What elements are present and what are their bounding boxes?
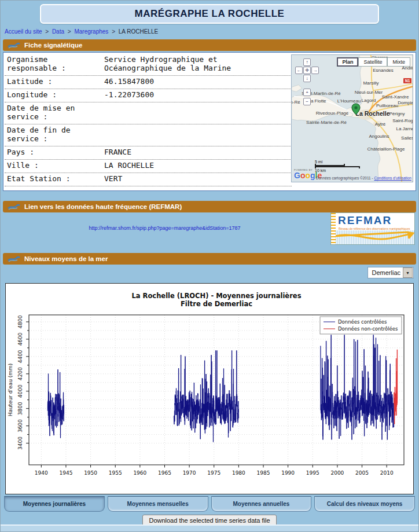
chevron-down-icon[interactable]: ▼ — [403, 267, 413, 278]
svg-text:3400: 3400 — [17, 436, 23, 450]
map-pan-left-icon[interactable]: ← — [295, 67, 303, 74]
svg-text:1940: 1940 — [35, 470, 48, 476]
section-title-niveaux: Niveaux moyens de la mer — [24, 255, 108, 262]
svg-text:4200: 4200 — [17, 367, 23, 380]
svg-text:4000: 4000 — [17, 384, 23, 398]
refmar-logo-ruler — [331, 213, 336, 244]
table-row: Longitude : -1.22073600 — [5, 89, 292, 102]
breadcrumb-link-home[interactable]: Accueil du site — [5, 28, 42, 35]
map-pan-right-icon[interactable]: → — [311, 67, 319, 74]
breadcrumb-link-maregraphes[interactable]: Maregraphes — [74, 28, 108, 35]
table-row: Latitude : 46.15847800 — [5, 76, 292, 89]
breadcrumb-separator: > — [68, 28, 71, 35]
table-row: Organisme responsable : Service Hydrogra… — [5, 54, 292, 76]
refmar-logo[interactable]: REFMAR Réseau de référence des observati… — [330, 212, 415, 245]
table-row: Date de mise en service : — [5, 102, 292, 124]
svg-text:La Rochelle (LROCH) - Moyennes: La Rochelle (LROCH) - Moyennes journaliè… — [132, 292, 302, 300]
map-button-plan[interactable]: Plan — [337, 57, 358, 67]
station-map: CharronEsnandesAndillyMarsillyNieul-sur-… — [291, 54, 413, 182]
map-zoom-out-icon[interactable]: − — [303, 98, 311, 105]
table-row: Etat Station : VERT — [5, 173, 292, 186]
filter-select-value: Demerliac — [368, 269, 403, 276]
section-header-niveaux: Niveaux moyens de la mer — [3, 253, 416, 265]
map-button-satellite[interactable]: Satellite — [358, 57, 387, 67]
svg-text:1975: 1975 — [207, 470, 220, 476]
breadcrumb-current: LA ROCHELLE — [119, 28, 158, 35]
section-title-fiche: Fiche signalétique — [24, 42, 82, 49]
svg-text:1950: 1950 — [84, 470, 97, 476]
svg-text:1965: 1965 — [158, 470, 171, 476]
table-row: Ville : LA ROCHELLE — [5, 160, 292, 173]
svg-text:1970: 1970 — [183, 470, 196, 476]
map-pan-center-icon[interactable]: ✛ — [303, 67, 311, 74]
section-header-fiche: Fiche signalétique — [3, 39, 416, 51]
filter-row: Demerliac ▼ — [5, 267, 414, 280]
svg-text:4400: 4400 — [17, 350, 23, 363]
page-title-text: MARÉGRAPHE LA ROCHELLE — [135, 8, 285, 20]
svg-text:2000: 2000 — [330, 470, 344, 476]
svg-text:4600: 4600 — [17, 332, 23, 346]
svg-text:Données non-contrôlées: Données non-contrôlées — [338, 326, 398, 332]
footer-strip — [1, 524, 418, 531]
svg-text:Données contrôlées: Données contrôlées — [338, 319, 387, 325]
map-scale-miles: 5 mi — [315, 160, 322, 164]
station-marker-icon[interactable] — [351, 102, 361, 115]
section-header-refmar: Lien vers les données haute fréquence (R… — [3, 201, 416, 212]
svg-text:2005: 2005 — [355, 470, 369, 476]
wave-icon — [8, 204, 20, 210]
map-terms-link[interactable]: Conditions d'utilisation — [374, 176, 411, 180]
table-row: Pays : FRANCE — [5, 146, 292, 160]
svg-text:1945: 1945 — [59, 470, 72, 476]
svg-text:1985: 1985 — [257, 470, 270, 476]
refmar-logo-waveband — [336, 230, 414, 244]
breadcrumb-link-data[interactable]: Data — [52, 28, 64, 35]
station-info-table: Organisme responsable : Service Hydrogra… — [5, 54, 292, 186]
filter-select[interactable]: Demerliac ▼ — [367, 267, 414, 278]
tab-moyennes-annuelles[interactable]: Moyennes annuelles — [211, 496, 312, 512]
map-pan-up-icon[interactable]: ↑ — [303, 58, 311, 66]
svg-text:1980: 1980 — [232, 470, 245, 476]
map-copyright: Données cartographiques ©2011 - Conditio… — [316, 176, 411, 180]
road-badge: N1 — [403, 78, 411, 83]
svg-text:Filtre de Demerliac: Filtre de Demerliac — [181, 300, 252, 308]
section-title-refmar: Lien vers les données haute fréquence (R… — [24, 203, 182, 210]
tab-calcul-niveaux-moyens[interactable]: Calcul des niveaux moyens — [314, 496, 415, 512]
map-zoom-in-icon[interactable]: + — [303, 89, 311, 96]
svg-text:3600: 3600 — [17, 419, 23, 432]
refmar-link[interactable]: http://refmar.shom.fr/spip.php?page=mare… — [3, 225, 326, 231]
map-view-buttons: Plan Satellite Mixte — [337, 57, 410, 67]
tab-moyennes-journalieres[interactable]: Moyennes journalières — [4, 496, 105, 512]
svg-text:1995: 1995 — [306, 470, 319, 476]
breadcrumb-separator: > — [45, 28, 49, 35]
breadcrumb: Accueil du site > Data > Maregraphes > L… — [5, 28, 418, 35]
svg-text:Hauteur d'eau (mm): Hauteur d'eau (mm) — [8, 364, 13, 417]
station-info-panel: Organisme responsable : Service Hydrogra… — [3, 52, 416, 191]
tabs-row: Moyennes journalières Moyennes mensuelle… — [4, 496, 415, 512]
map-pan-down-icon[interactable]: ↓ — [303, 75, 311, 82]
svg-text:4800: 4800 — [17, 315, 23, 328]
svg-text:3800: 3800 — [17, 402, 23, 415]
svg-text:1960: 1960 — [133, 470, 146, 476]
wave-icon — [8, 42, 20, 49]
wave-icon — [8, 256, 20, 262]
sea-level-chart: La Rochelle (LROCH) - Moyennes journaliè… — [6, 284, 413, 496]
map-button-mixte[interactable]: Mixte — [387, 57, 410, 67]
svg-text:1990: 1990 — [281, 470, 295, 476]
page-title: MARÉGRAPHE LA ROCHELLE — [40, 4, 379, 24]
refmar-logo-title: REFMAR — [338, 214, 392, 227]
sea-level-chart-panel: La Rochelle (LROCH) - Moyennes journaliè… — [5, 283, 414, 494]
refmar-panel: http://refmar.shom.fr/spip.php?page=mare… — [3, 212, 416, 246]
svg-text:2010: 2010 — [380, 470, 394, 476]
breadcrumb-separator: > — [112, 28, 115, 35]
svg-text:1955: 1955 — [109, 470, 122, 476]
table-row: Date de fin de service : — [5, 124, 292, 146]
tab-moyennes-mensuelles[interactable]: Moyennes mensuelles — [108, 496, 208, 512]
